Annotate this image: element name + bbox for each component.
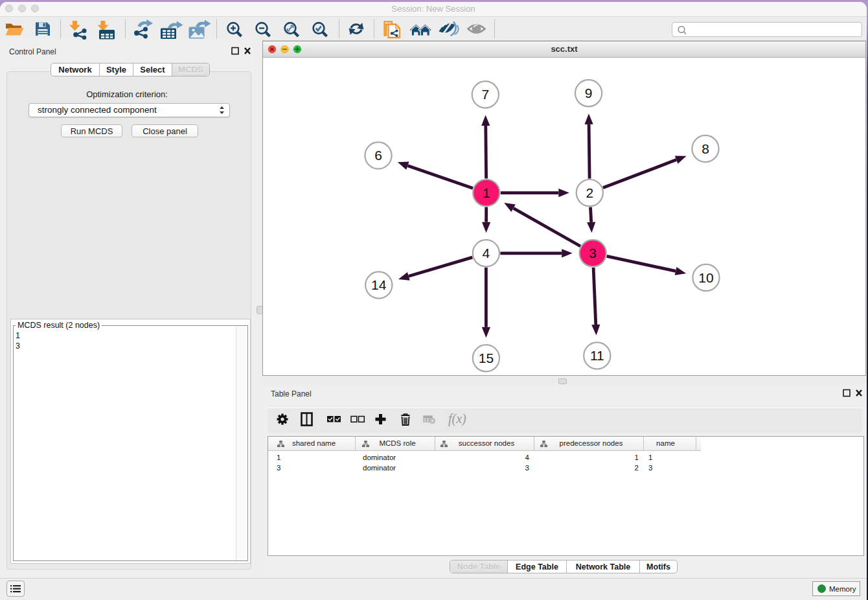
svg-text:7: 7 [481, 87, 489, 102]
svg-text:3: 3 [589, 246, 597, 260]
svg-text:15: 15 [479, 351, 494, 365]
svg-text:f(x): f(x) [448, 411, 466, 426]
svg-text:10: 10 [698, 270, 713, 285]
svg-text:4: 4 [483, 246, 490, 260]
svg-text:9: 9 [585, 86, 593, 100]
svg-text:14: 14 [371, 277, 387, 292]
svg-text:1: 1 [483, 185, 490, 200]
svg-text:6: 6 [374, 148, 382, 163]
svg-text:2: 2 [586, 185, 593, 200]
svg-text:11: 11 [590, 348, 604, 363]
svg-text:8: 8 [702, 141, 709, 156]
